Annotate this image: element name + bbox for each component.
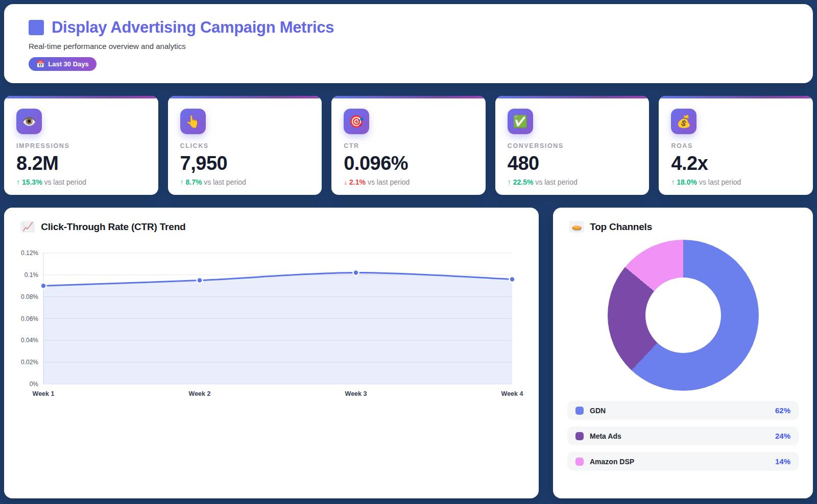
- calendar-icon: 📅: [36, 61, 44, 67]
- kpi-accent-strip: [4, 96, 158, 98]
- kpi-delta: ↑ 8.7% vs last period: [180, 178, 310, 186]
- channels-donut-chart: [608, 240, 759, 391]
- kpi-value: 8.2M: [16, 153, 146, 174]
- kpi-label: ROAS: [671, 142, 801, 149]
- eye-icon: 👁️: [16, 109, 42, 134]
- pointing-finger-icon-glyph: 👆: [185, 115, 200, 129]
- date-range-badge[interactable]: 📅 Last 30 Days: [29, 57, 97, 71]
- channels-legend: GDN 62% Meta Ads 24% Amazon DSP 14%: [565, 401, 801, 471]
- svg-text:0.08%: 0.08%: [21, 293, 38, 300]
- kpi-delta: ↑ 18.0% vs last period: [671, 178, 801, 186]
- svg-text:Week 4: Week 4: [501, 390, 523, 397]
- donut-chart-title-row: 🥧 Top Channels: [565, 220, 801, 233]
- kpi-delta-note: vs last period: [535, 178, 577, 186]
- kpi-card-clicks: 👆 CLICKS 7,950 ↑ 8.7% vs last period: [168, 96, 322, 195]
- target-icon-glyph: 🎯: [349, 115, 364, 129]
- kpi-label: CLICKS: [180, 142, 310, 149]
- kpi-delta-value: ↑ 15.3%: [16, 178, 42, 186]
- legend-row-meta-ads: Meta Ads 24%: [567, 426, 799, 445]
- svg-text:0.04%: 0.04%: [21, 337, 38, 344]
- kpi-value: 480: [508, 153, 637, 174]
- title-row: Display Advertising Campaign Metrics: [29, 18, 792, 37]
- check-mark-icon: ✅: [508, 109, 533, 134]
- kpi-delta-value: ↓ 2.1%: [344, 178, 366, 186]
- charts-row: 📈 Click-Through Rate (CTR) Trend 0%0.02%…: [4, 208, 813, 498]
- page-subtitle: Real-time performance overview and analy…: [29, 42, 792, 51]
- legend-swatch-gdn: [575, 407, 584, 415]
- kpi-value: 0.096%: [344, 153, 473, 174]
- svg-text:Week 1: Week 1: [33, 390, 55, 397]
- kpi-row: 👁️ IMPRESSIONS 8.2M ↑ 15.3% vs last peri…: [4, 96, 813, 195]
- svg-text:0.02%: 0.02%: [21, 359, 38, 366]
- money-bag-icon-glyph: 💰: [677, 115, 691, 129]
- kpi-label: IMPRESSIONS: [16, 142, 146, 149]
- pie-icon: 🥧: [569, 221, 584, 233]
- kpi-accent-strip: [168, 96, 322, 98]
- money-bag-icon: 💰: [671, 109, 696, 134]
- check-mark-icon-glyph: ✅: [513, 115, 527, 129]
- kpi-accent-strip: [659, 96, 813, 98]
- legend-row-amazon-dsp: Amazon DSP 14%: [567, 452, 799, 471]
- pointing-finger-icon: 👆: [180, 109, 206, 134]
- header-card: Display Advertising Campaign Metrics Rea…: [4, 4, 813, 83]
- kpi-delta: ↓ 2.1% vs last period: [344, 178, 473, 186]
- svg-text:0.1%: 0.1%: [25, 271, 39, 279]
- legend-percent: 62%: [775, 406, 790, 415]
- kpi-delta-value: ↑ 8.7%: [180, 178, 202, 186]
- line-chart-title: Click-Through Rate (CTR) Trend: [41, 221, 185, 233]
- kpi-delta-note: vs last period: [699, 178, 741, 186]
- donut-wrap: [565, 240, 801, 391]
- legend-swatch-amazon-dsp: [575, 458, 584, 466]
- legend-label: Meta Ads: [590, 432, 621, 440]
- kpi-delta-note: vs last period: [44, 178, 86, 186]
- legend-swatch-meta-ads: [575, 432, 584, 440]
- page-title: Display Advertising Campaign Metrics: [52, 18, 334, 37]
- ctr-line-chart: 0%0.02%0.04%0.06%0.08%0.1%0.12%Week 1Wee…: [16, 240, 526, 400]
- chart-increasing-icon: 📈: [20, 221, 35, 233]
- legend-percent: 24%: [775, 432, 790, 440]
- kpi-delta-note: vs last period: [368, 178, 410, 186]
- legend-row-gdn: GDN 62%: [567, 401, 799, 420]
- dashboard-page: Display Advertising Campaign Metrics Rea…: [4, 4, 813, 498]
- kpi-delta-value: ↑ 18.0%: [671, 178, 697, 186]
- legend-label: Amazon DSP: [590, 458, 634, 466]
- target-icon: 🎯: [344, 109, 369, 134]
- kpi-label: CONVERSIONS: [508, 142, 637, 149]
- kpi-delta-note: vs last period: [204, 178, 246, 186]
- donut-chart-title: Top Channels: [590, 221, 652, 233]
- svg-text:Week 2: Week 2: [189, 390, 211, 397]
- top-channels-card: 🥧 Top Channels GDN 62% Meta Ads 24%: [553, 208, 813, 498]
- kpi-card-roas: 💰 ROAS 4.2x ↑ 18.0% vs last period: [659, 96, 813, 195]
- kpi-delta-value: ↑ 22.5%: [508, 178, 534, 186]
- title-square-icon: [29, 20, 44, 35]
- svg-text:0.06%: 0.06%: [21, 315, 38, 322]
- eye-icon-glyph: 👁️: [22, 115, 37, 129]
- svg-text:0%: 0%: [30, 381, 39, 388]
- kpi-value: 7,950: [180, 153, 310, 174]
- line-chart-title-row: 📈 Click-Through Rate (CTR) Trend: [16, 220, 526, 233]
- svg-text:Week 3: Week 3: [345, 390, 367, 397]
- ctr-trend-card: 📈 Click-Through Rate (CTR) Trend 0%0.02%…: [4, 208, 539, 498]
- kpi-card-conversions: ✅ CONVERSIONS 480 ↑ 22.5% vs last period: [495, 96, 650, 195]
- kpi-delta: ↑ 22.5% vs last period: [508, 178, 637, 186]
- kpi-card-ctr: 🎯 CTR 0.096% ↓ 2.1% vs last period: [331, 96, 486, 195]
- kpi-accent-strip: [331, 96, 486, 98]
- svg-text:0.12%: 0.12%: [21, 249, 38, 257]
- kpi-label: CTR: [344, 142, 473, 149]
- legend-label: GDN: [590, 407, 606, 415]
- kpi-accent-strip: [495, 96, 650, 98]
- kpi-delta: ↑ 15.3% vs last period: [16, 178, 146, 186]
- legend-percent: 14%: [775, 457, 790, 466]
- date-range-label: Last 30 Days: [48, 60, 89, 68]
- kpi-card-impressions: 👁️ IMPRESSIONS 8.2M ↑ 15.3% vs last peri…: [4, 96, 158, 195]
- kpi-value: 4.2x: [671, 153, 801, 174]
